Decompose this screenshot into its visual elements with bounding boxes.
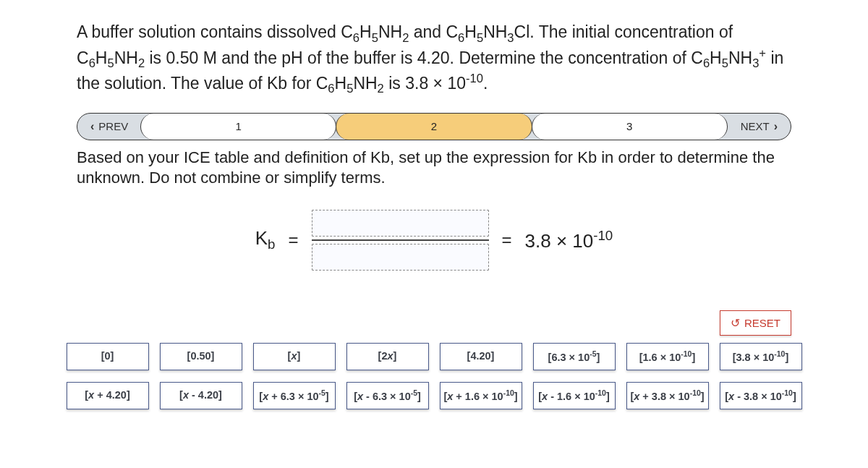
step-nav: ‹ PREV 1 2 3 NEXT › [77,113,791,140]
fraction-container [312,210,489,271]
answer-tile[interactable]: [x] [253,343,336,370]
answer-tile[interactable]: [4.20] [440,343,522,370]
instruction-text: Based on your ICE table and definition o… [77,148,791,188]
equals-sign-2: = [502,230,512,250]
answer-tile[interactable]: [3.8 × 10-10] [720,343,802,370]
next-label: NEXT [741,120,770,132]
answer-tile[interactable]: [x - 3.8 × 10-10] [720,382,802,409]
equals-sign-1: = [288,230,298,250]
equation-row: Kb = = 3.8 × 10-10 [77,210,791,271]
reset-label: RESET [744,317,780,329]
answer-tile[interactable]: [x + 6.3 × 10-5] [253,382,336,409]
answer-tile[interactable]: [x + 3.8 × 10-10] [626,382,709,409]
answer-tile[interactable]: [x - 6.3 × 10-5] [346,382,429,409]
answer-tile[interactable]: [x + 1.6 × 10-10] [440,382,522,409]
numerator-dropzone[interactable] [312,210,489,237]
answer-tile[interactable]: [0.50] [160,343,242,370]
prev-button[interactable]: ‹ PREV [77,114,141,140]
fraction-bar [312,239,489,241]
step-1[interactable]: 1 [140,114,336,140]
next-button[interactable]: NEXT › [728,114,791,140]
denominator-dropzone[interactable] [312,244,489,271]
answer-tile[interactable]: [0] [67,343,149,370]
reset-button[interactable]: ↺ RESET [720,310,791,336]
question-text: A buffer solution contains dissolved C6H… [77,22,791,97]
answer-tile[interactable]: [1.6 × 10-10] [626,343,709,370]
kb-label: Kb [255,227,276,252]
answer-tile[interactable]: [6.3 × 10-5] [533,343,616,370]
answer-tile[interactable]: [x + 4.20] [67,382,149,409]
step-3[interactable]: 3 [532,114,728,140]
prev-label: PREV [98,120,128,132]
tiles-row-2: [x + 4.20] [x - 4.20] [x + 6.3 × 10-5] [… [77,382,791,409]
chevron-left-icon: ‹ [90,120,94,133]
chevron-right-icon: › [774,120,778,133]
tiles-row-1: [0] [0.50] [x] [2x] [4.20] [6.3 × 10-5] … [77,343,791,370]
step-2[interactable]: 2 [336,114,532,140]
answer-tile[interactable]: [x - 4.20] [160,382,242,409]
kb-value: 3.8 × 10-10 [525,228,613,252]
answer-tile[interactable]: [2x] [346,343,429,370]
answer-tile[interactable]: [x - 1.6 × 10-10] [533,382,616,409]
undo-icon: ↺ [731,316,740,330]
